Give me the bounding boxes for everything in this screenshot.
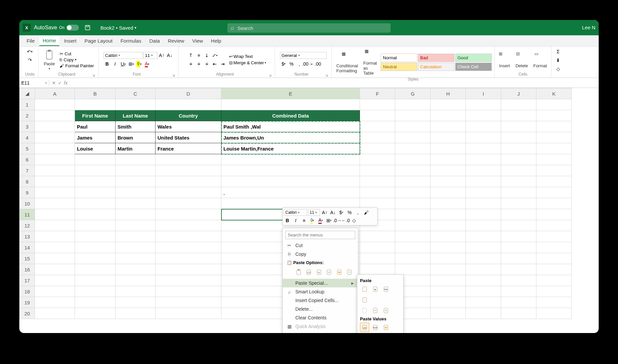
col-header-C[interactable]: C — [116, 88, 155, 99]
row-header-20[interactable]: 20 — [20, 308, 35, 319]
sub-paste-values-source[interactable] — [381, 323, 391, 332]
percent-button[interactable]: % — [288, 60, 295, 68]
font-size-combo[interactable]: 11 — [144, 52, 157, 59]
col-header-F[interactable]: F — [360, 88, 395, 99]
conditional-formatting-button[interactable]: ▦Conditional Formatting — [334, 51, 360, 74]
row-header-9[interactable]: 9 — [20, 187, 35, 198]
format-cells-button[interactable]: ▭Format — [531, 51, 549, 69]
menu-file[interactable]: File — [23, 36, 38, 46]
row-header-5[interactable]: 5 — [20, 143, 35, 154]
sub-paste-all[interactable] — [360, 284, 369, 294]
font-name-combo[interactable]: Calibri — [104, 52, 143, 59]
col-header-I[interactable]: I — [466, 88, 501, 99]
name-box[interactable]: E11 — [19, 80, 49, 86]
cell-E9[interactable]: , — [221, 187, 360, 198]
align-right-button[interactable]: ≡ — [203, 60, 210, 68]
copy-button[interactable]: ⎘Copy▾ — [58, 57, 95, 63]
user-account[interactable]: Lee N — [582, 25, 595, 30]
align-top-button[interactable]: ⤒ — [187, 52, 194, 59]
decrease-font-button[interactable]: A↓ — [166, 52, 173, 59]
format-painter-button[interactable]: 🖌Format Painter — [58, 63, 95, 69]
mini-format-painter[interactable]: 🖌 — [363, 209, 370, 216]
fill-button[interactable]: ⬇ — [554, 57, 562, 64]
cell-styles-gallery[interactable]: Normal Bad Good Neutral Calculation Chec… — [381, 54, 492, 71]
italic-button[interactable]: I — [112, 60, 119, 68]
sub-paste-no-borders[interactable] — [360, 306, 369, 315]
ctx-copy[interactable]: ⎘Copy — [283, 250, 358, 258]
decrease-decimal-button[interactable]: ←.00 — [312, 60, 319, 68]
paste-formulas-icon[interactable]: fx — [314, 267, 324, 277]
cut-button[interactable]: ✂Cut — [58, 51, 95, 57]
row-header-17[interactable]: 17 — [20, 275, 35, 286]
undo-button[interactable]: ↶▾ — [26, 48, 34, 55]
document-title[interactable]: Book2 • Saved — [100, 25, 133, 31]
row-header-11[interactable]: 11 — [20, 209, 35, 220]
sub-paste-values-number[interactable]: %123 — [371, 323, 380, 332]
font-dialog-launcher[interactable]: ⇲ — [172, 74, 175, 77]
mini-currency[interactable]: $▾ — [338, 209, 345, 216]
save-icon[interactable] — [84, 24, 91, 31]
cell-D4[interactable]: United States — [155, 132, 221, 143]
align-center-button[interactable]: ≡ — [195, 60, 202, 68]
mini-size-combo[interactable]: 11 — [308, 209, 320, 216]
row-header-2[interactable]: 2 — [20, 110, 35, 121]
mini-decrease-font[interactable]: A↓ — [329, 209, 337, 216]
cell-C4[interactable]: Brown — [116, 132, 155, 143]
increase-font-button[interactable]: A↑ — [158, 52, 165, 59]
cell-D3[interactable]: Wales — [155, 121, 221, 132]
row-header-4[interactable]: 4 — [20, 132, 35, 143]
mini-align[interactable]: ≡ — [300, 217, 308, 224]
toggle-switch[interactable] — [66, 25, 79, 31]
menu-formulas[interactable]: Formulas — [117, 36, 145, 46]
menu-data[interactable]: Data — [146, 36, 163, 46]
row-header-19[interactable]: 19 — [20, 297, 35, 308]
mini-bold[interactable]: B — [284, 217, 291, 224]
sub-paste-keep-source[interactable] — [360, 295, 369, 304]
style-check-cell[interactable]: Check Cell — [455, 63, 492, 71]
table-header-last-name[interactable]: Last Name — [116, 110, 155, 121]
menu-review[interactable]: Review — [164, 36, 187, 46]
ctx-smart-lookup[interactable]: ⌕Smart Lookup — [283, 287, 358, 296]
paste-values-icon[interactable]: 123 — [304, 267, 314, 277]
row-header-13[interactable]: 13 — [20, 231, 35, 242]
col-header-H[interactable]: H — [431, 88, 466, 99]
paste-button[interactable]: Paste ▾ — [42, 49, 57, 71]
menu-help[interactable]: Help — [208, 36, 225, 46]
cell-B5[interactable]: Louise — [75, 143, 116, 154]
sub-paste-transpose[interactable] — [381, 306, 391, 315]
paste-transpose-icon[interactable] — [325, 267, 334, 277]
row-header-15[interactable]: 15 — [20, 253, 35, 264]
align-middle-button[interactable]: ≡ — [195, 52, 202, 59]
mini-font-combo[interactable]: Calibri — [284, 209, 307, 216]
row-header-10[interactable]: 10 — [20, 198, 35, 209]
number-format-combo[interactable]: General — [280, 52, 327, 59]
paste-formatting-icon[interactable] — [335, 267, 344, 277]
col-header-K[interactable]: K — [536, 88, 572, 99]
style-bad[interactable]: Bad — [418, 54, 455, 62]
row-header-18[interactable]: 18 — [20, 286, 35, 297]
paste-all-icon[interactable] — [294, 267, 303, 277]
ctx-cut[interactable]: ✂Cut — [283, 241, 358, 250]
mini-border[interactable]: ⊞▾ — [325, 217, 333, 224]
row-header-3[interactable]: 3 — [20, 121, 35, 132]
col-header-G[interactable]: G — [395, 88, 431, 99]
col-header-A[interactable]: A — [35, 88, 75, 99]
wrap-text-button[interactable]: ↩Wrap Text — [229, 54, 266, 59]
menu-view[interactable]: View — [189, 36, 206, 46]
sub-paste-values[interactable]: 123 — [360, 323, 369, 332]
mini-comma[interactable]: , — [354, 209, 362, 216]
sub-paste-formulas[interactable]: fx — [371, 284, 380, 294]
ctx-insert-copied[interactable]: Insert Copied Cells... — [283, 296, 358, 305]
col-header-J[interactable]: J — [501, 88, 536, 99]
row-header-1[interactable]: 1 — [20, 99, 35, 110]
select-all-corner[interactable]: ◢ — [20, 88, 35, 99]
col-header-D[interactable]: D — [155, 88, 221, 99]
search-bar[interactable]: Search — [227, 23, 391, 33]
table-header-first-name[interactable]: First Name — [75, 110, 116, 121]
mini-dec-decimal[interactable]: ←.0 — [342, 217, 349, 224]
border-button[interactable]: ⊞▾ — [128, 60, 135, 68]
row-header-6[interactable]: 6 — [20, 154, 35, 165]
underline-button[interactable]: U▾ — [120, 60, 127, 68]
ctx-delete[interactable]: Delete... — [283, 305, 358, 313]
sub-paste-formulas-number[interactable]: %fx — [381, 284, 391, 294]
